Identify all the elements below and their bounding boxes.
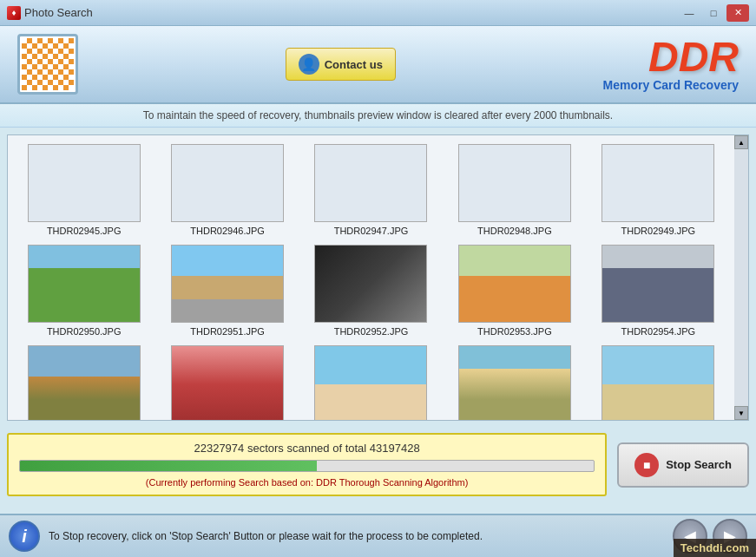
list-item[interactable]: THDR02956.JPG	[160, 345, 294, 420]
thumb-label: THDR02954.JPG	[621, 326, 695, 337]
header-area: 👤 Contact us DDR Memory Card Recovery	[0, 26, 756, 104]
progress-algorithm-text: (Currently performing Search based on: D…	[19, 477, 595, 488]
notice-bar: To maintain the speed of recovery, thumb…	[0, 104, 756, 128]
list-item[interactable]: THDR02955.JPG	[16, 345, 151, 420]
thumb-label: THDR02953.JPG	[477, 326, 552, 337]
window-controls: — □ ✕	[678, 4, 749, 22]
stop-search-button[interactable]: ■ Stop Search	[617, 442, 749, 488]
progress-box: 22327974 sectors scanned of total 431974…	[7, 433, 607, 496]
brand-area: DDR Memory Card Recovery	[603, 36, 739, 92]
stop-icon: ■	[634, 453, 659, 477]
list-item[interactable]: THDR02957.JPG	[304, 345, 438, 420]
app-icon: ♦	[7, 6, 21, 20]
info-icon: i	[9, 521, 40, 552]
scroll-up-arrow[interactable]: ▲	[734, 135, 748, 149]
list-item[interactable]: THDR02953.JPG	[447, 245, 582, 337]
brand-name: DDR	[603, 36, 739, 78]
scrollbar[interactable]: ▲ ▼	[734, 135, 748, 420]
logo-checker-pattern	[22, 38, 74, 90]
thumbnail-area: THDR02945.JPG THDR02946.JPG THDR02947.JP…	[7, 134, 749, 421]
contact-us-button[interactable]: 👤 Contact us	[286, 48, 396, 81]
window-title: Photo Search	[24, 6, 93, 19]
thumb-label: THDR02945.JPG	[47, 226, 122, 236]
thumb-label: THDR02950.JPG	[47, 326, 122, 337]
stop-search-label: Stop Search	[666, 458, 732, 471]
list-item[interactable]: THDR02949.JPG	[591, 144, 726, 236]
status-bar: i To Stop recovery, click on 'Stop Searc…	[0, 514, 756, 557]
list-item[interactable]: THDR02945.JPG	[16, 144, 151, 236]
contact-label: Contact us	[325, 58, 383, 71]
thumbnail-grid: THDR02945.JPG THDR02946.JPG THDR02947.JP…	[8, 135, 734, 420]
thumb-label: THDR02949.JPG	[621, 226, 695, 236]
list-item[interactable]: THDR02951.JPG	[160, 245, 294, 337]
scroll-down-arrow[interactable]: ▼	[734, 406, 748, 420]
list-item[interactable]: THDR02954.JPG	[591, 245, 726, 337]
sectors-scanned-text: 22327974 sectors scanned of total 431974…	[19, 442, 595, 455]
minimize-button[interactable]: —	[678, 4, 700, 22]
title-bar: ♦ Photo Search — □ ✕	[0, 0, 756, 26]
progress-bar-container	[19, 460, 595, 472]
status-message-part1: To Stop recovery, click on 'Stop Search'…	[49, 530, 264, 542]
list-item[interactable]: THDR02958.JPG	[447, 345, 582, 420]
list-item[interactable]: THDR02946.JPG	[160, 144, 294, 236]
list-item[interactable]: THDR02959.JPG	[591, 345, 726, 420]
maximize-button[interactable]: □	[702, 4, 725, 22]
list-item[interactable]: THDR02950.JPG	[16, 245, 151, 337]
brand-subtitle: Memory Card Recovery	[603, 78, 739, 92]
list-item[interactable]: THDR02952.JPG	[304, 245, 438, 337]
notice-text: To maintain the speed of recovery, thumb…	[143, 109, 613, 121]
watermark: Techddi.com	[674, 539, 756, 557]
list-item[interactable]: THDR02948.JPG	[447, 144, 582, 236]
status-message-part2: or please wait for the process to be com…	[266, 530, 483, 542]
progress-bar-fill	[20, 461, 317, 471]
status-text: To Stop recovery, click on 'Stop Search'…	[49, 530, 664, 542]
thumb-label: THDR02952.JPG	[334, 326, 409, 337]
contact-icon: 👤	[299, 54, 319, 75]
thumb-label: THDR02951.JPG	[190, 326, 265, 337]
thumb-label: THDR02946.JPG	[190, 226, 265, 236]
progress-area: 22327974 sectors scanned of total 431974…	[7, 428, 749, 501]
scroll-track[interactable]	[734, 149, 748, 406]
thumb-label: THDR02947.JPG	[334, 226, 409, 236]
list-item[interactable]: THDR02947.JPG	[304, 144, 438, 236]
app-logo	[17, 34, 78, 95]
thumb-label: THDR02948.JPG	[477, 226, 552, 236]
title-bar-left: ♦ Photo Search	[7, 6, 93, 20]
close-button[interactable]: ✕	[726, 4, 749, 22]
